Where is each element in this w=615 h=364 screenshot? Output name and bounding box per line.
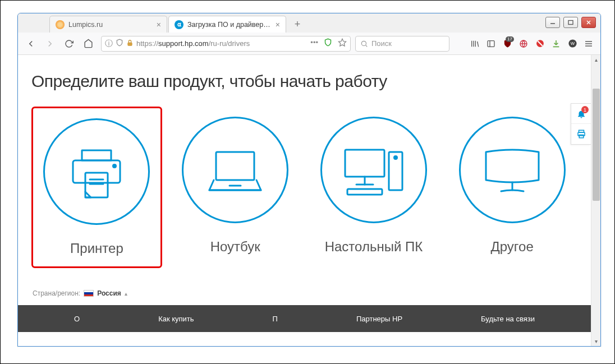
svg-rect-1 [568, 21, 573, 25]
printer-icon [43, 118, 150, 225]
download-icon[interactable] [549, 36, 563, 52]
browser-window: Lumpics.ru × ⍺ Загрузка ПО и драйверов H… [17, 13, 601, 347]
toolbar-extension-icons: 17 W [467, 36, 596, 52]
svg-text:W: W [570, 41, 575, 46]
nav-toolbar: ⓘ https://support.hp.com/ru-ru/drivers •… [18, 33, 600, 55]
footer-link[interactable]: Партнеры HP [356, 315, 402, 323]
home-button[interactable] [80, 35, 97, 52]
svg-point-31 [113, 165, 116, 168]
scroll-down-icon[interactable]: ▾ [591, 337, 600, 346]
shield-icon[interactable] [116, 39, 123, 48]
product-tile-printer[interactable]: Принтер [31, 107, 162, 268]
laptop-icon [182, 117, 288, 223]
page-viewport: ▴ ▾ 1 Определите ваш продукт, чтобы нача… [18, 55, 600, 346]
product-label: Настольный ПК [313, 239, 435, 255]
svg-point-6 [361, 41, 366, 45]
window-controls [545, 17, 596, 28]
search-placeholder: Поиск [371, 39, 392, 48]
svg-marker-5 [338, 39, 346, 46]
menu-button[interactable] [581, 36, 596, 52]
product-label: Принтер [38, 241, 156, 256]
tab-hp-drivers[interactable]: ⍺ Загрузка ПО и драйверов HP × [168, 16, 286, 33]
extension-w-icon[interactable]: W [565, 36, 580, 52]
svg-rect-12 [488, 40, 494, 47]
scroll-up-icon[interactable]: ▴ [591, 55, 600, 64]
new-tab-button[interactable]: + [290, 17, 305, 31]
page-title: Определите ваш продукт, чтобы начать раб… [31, 72, 577, 91]
bookmark-star-icon[interactable] [338, 38, 347, 49]
minimize-button[interactable] [545, 17, 560, 28]
close-window-button[interactable] [581, 17, 596, 28]
footer-link[interactable]: Будьте на связи [481, 315, 535, 323]
url-bar[interactable]: ⓘ https://support.hp.com/ru-ru/drivers •… [101, 36, 351, 52]
desktop-icon [320, 117, 427, 223]
favicon-hp-icon: ⍺ [175, 20, 183, 29]
tab-lumpics[interactable]: Lumpics.ru × [49, 16, 167, 33]
back-button[interactable] [22, 35, 39, 52]
url-actions: ••• [310, 38, 347, 49]
reload-button[interactable] [61, 35, 77, 52]
maximize-button[interactable] [563, 17, 578, 28]
extension-globe-icon[interactable] [516, 36, 531, 52]
footer-link[interactable]: Как купить [158, 315, 194, 323]
product-label: Другое [451, 239, 573, 255]
product-tile-laptop[interactable]: Ноутбук [170, 107, 301, 268]
forward-button[interactable] [42, 35, 58, 52]
lock-icon[interactable] [126, 39, 134, 48]
ublock-badge: 17 [506, 36, 514, 42]
side-panel: 1 [571, 103, 591, 145]
product-tile-other[interactable]: Другое [447, 107, 577, 268]
favicon-icon [56, 20, 65, 29]
monitor-icon [459, 117, 566, 223]
chevron-up-icon: ▴ [125, 291, 127, 297]
svg-rect-28 [85, 173, 108, 197]
product-tile-desktop[interactable]: Настольный ПК [309, 107, 439, 268]
close-tab-icon[interactable]: × [274, 20, 281, 29]
library-icon[interactable] [467, 36, 482, 52]
footer-link[interactable]: О [74, 315, 80, 323]
footer-link[interactable]: П [273, 315, 278, 323]
footer-nav: О Как купить П Партнеры HP Будьте на свя… [18, 305, 591, 332]
search-icon [360, 40, 368, 48]
page-actions-icon[interactable]: ••• [310, 38, 318, 49]
svg-rect-35 [345, 150, 384, 177]
flag-russia-icon [84, 290, 94, 297]
tab-title: Lumpics.ru [68, 21, 152, 29]
extension-bug-icon[interactable] [533, 36, 547, 52]
tracking-shield-icon[interactable] [324, 38, 332, 49]
svg-rect-4 [128, 42, 132, 45]
svg-point-40 [394, 156, 397, 159]
svg-rect-38 [347, 189, 382, 195]
region-name: Россия [97, 289, 121, 297]
product-label: Ноутбук [175, 239, 296, 255]
svg-line-11 [478, 42, 479, 47]
region-selector[interactable]: Страна/регион: Россия ▴ [31, 289, 577, 297]
svg-line-7 [366, 45, 368, 47]
tab-strip: Lumpics.ru × ⍺ Загрузка ПО и драйверов H… [18, 13, 600, 33]
print-button[interactable] [571, 124, 591, 144]
info-icon[interactable]: ⓘ [105, 39, 113, 49]
svg-rect-32 [216, 152, 254, 180]
region-label: Страна/регион: [33, 289, 80, 297]
notifications-button[interactable]: 1 [571, 104, 591, 124]
product-grid: Принтер Ноутбук [31, 107, 577, 268]
tab-title: Загрузка ПО и драйверов HP [187, 21, 270, 29]
page-content: Определите ваш продукт, чтобы начать раб… [18, 55, 591, 332]
notif-badge: 1 [581, 106, 589, 113]
ublock-icon[interactable]: 17 [500, 36, 515, 52]
svg-rect-27 [82, 150, 111, 160]
close-tab-icon[interactable]: × [155, 20, 162, 29]
url-text: https://support.hp.com/ru-ru/drivers [136, 39, 308, 48]
search-bar[interactable]: Поиск [355, 36, 449, 52]
scrollbar-thumb[interactable] [593, 89, 600, 201]
vertical-scrollbar[interactable]: ▴ ▾ [591, 55, 600, 346]
sidebar-icon[interactable] [484, 36, 498, 52]
